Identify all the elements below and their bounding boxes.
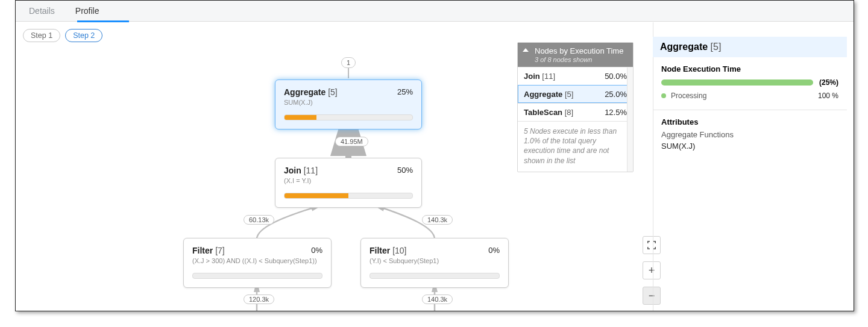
node-filter7-pct: 0%	[311, 246, 322, 255]
detail-aggfn-label: Aggregate Functions	[661, 130, 838, 139]
node-join-bar	[284, 193, 413, 199]
node-join-subtitle: (X.I = Y.I)	[284, 177, 413, 184]
node-aggregate[interactable]: 25% Aggregate [5] SUM(X.J)	[275, 79, 422, 129]
detail-exec-bar	[661, 79, 813, 86]
node-join[interactable]: 50% Join [11] (X.I = Y.I)	[275, 158, 422, 208]
row-idx: [5]	[565, 90, 573, 99]
node-aggregate-idx: [5]	[328, 87, 338, 97]
tab-details[interactable]: Details	[29, 6, 55, 16]
node-join-pct: 50%	[397, 166, 413, 175]
nodes-panel-row-tablescan[interactable]: TableScan [8] 12.5%	[518, 103, 633, 121]
row-pct: 12.5%	[605, 108, 627, 117]
legend-value: 100 %	[818, 92, 838, 100]
row-name: TableScan	[524, 108, 562, 117]
node-aggregate-title: Aggregate [5]	[284, 87, 413, 97]
node-filter10-subtitle: (Y.I) < Subquery(Step1)	[370, 257, 500, 264]
node-aggregate-bar	[284, 114, 413, 120]
node-filter10-idx: [10]	[392, 246, 406, 255]
row-pct: 25.0%	[605, 90, 627, 99]
body: Step 1 Step 2	[16, 22, 854, 311]
node-join-title: Join [11]	[284, 166, 413, 175]
scrollbar[interactable]	[627, 67, 633, 172]
node-filter7-subtitle: (X.J > 300) AND ((X.I) < Subquery(Step1)…	[192, 257, 322, 264]
node-filter7-name: Filter	[192, 246, 213, 255]
node-aggregate-name: Aggregate	[284, 87, 326, 97]
nodes-panel-header[interactable]: Nodes by Execution Time 3 of 8 nodes sho…	[518, 43, 633, 67]
detail-panel: Aggregate [5] Node Execution Time (25%) …	[653, 37, 847, 311]
nodes-panel: Nodes by Execution Time 3 of 8 nodes sho…	[517, 42, 634, 172]
legend-label: Processing	[671, 92, 706, 100]
node-filter10-name: Filter	[370, 246, 390, 255]
node-filter7-bar	[192, 273, 322, 279]
node-filter7-title: Filter [7]	[192, 246, 322, 255]
edge-pill-join-filter7: 60.13k	[244, 215, 274, 225]
nodes-panel-title: Nodes by Execution Time	[535, 46, 623, 55]
detail-exec-label: Node Execution Time	[661, 64, 838, 73]
node-join-name: Join	[284, 166, 301, 175]
node-aggregate-subtitle: SUM(X.J)	[284, 99, 413, 106]
detail-attributes: Attributes Aggregate Functions SUM(X.J)	[653, 110, 847, 158]
detail-attributes-heading: Attributes	[661, 117, 838, 126]
legend-dot-icon	[661, 93, 666, 98]
tabs: Details Profile	[16, 1, 854, 22]
nodes-panel-footnote: 5 Nodes execute in less than 1.0% of the…	[518, 121, 633, 172]
edge-pill-filter10-src: 140.3k	[422, 294, 453, 304]
row-pct: 50.0%	[605, 72, 627, 81]
detail-title-name: Aggregate	[660, 42, 708, 52]
detail-header: Aggregate [5]	[653, 37, 847, 57]
node-filter10-pct: 0%	[488, 246, 500, 255]
app-frame: Details Profile Step 1 Step 2	[15, 0, 854, 311]
tab-profile[interactable]: Profile	[75, 6, 99, 16]
detail-aggfn-value: SUM(X.J)	[661, 142, 838, 151]
node-filter10-title: Filter [10]	[370, 246, 500, 255]
nodes-panel-subtitle: 3 of 8 nodes shown	[535, 56, 627, 63]
node-filter-7[interactable]: 0% Filter [7] (X.J > 300) AND ((X.I) < S…	[183, 238, 332, 288]
detail-legend-processing: Processing 100 %	[661, 92, 838, 100]
node-filter-10[interactable]: 0% Filter [10] (Y.I) < Subquery(Step1)	[360, 238, 509, 288]
nodes-panel-row-join[interactable]: Join [11] 50.0%	[518, 67, 633, 85]
detail-exec-section: Node Execution Time (25%) Processing 100…	[653, 57, 847, 102]
row-idx: [11]	[542, 72, 555, 81]
node-aggregate-pct: 25%	[397, 87, 413, 96]
collapse-icon	[523, 48, 529, 52]
row-idx: [8]	[565, 108, 573, 117]
root-output-badge: 1	[341, 57, 356, 68]
edge-pill-filter7-src: 120.3k	[244, 294, 274, 304]
node-filter10-bar	[370, 273, 500, 279]
edge-pill-join-filter10: 140.3k	[422, 215, 453, 225]
row-name: Join	[524, 72, 540, 81]
node-join-idx: [11]	[304, 166, 318, 175]
nodes-panel-row-aggregate[interactable]: Aggregate [5] 25.0%	[518, 85, 633, 103]
detail-exec-bar-row: (25%)	[661, 78, 838, 87]
node-filter7-idx: [7]	[215, 246, 225, 255]
root-output-value: 1	[347, 59, 350, 66]
edge-pill-agg-join: 41.95M	[335, 137, 368, 146]
detail-title-idx: [5]	[711, 42, 722, 52]
row-name: Aggregate	[524, 90, 562, 99]
detail-exec-pct: (25%)	[819, 78, 838, 87]
